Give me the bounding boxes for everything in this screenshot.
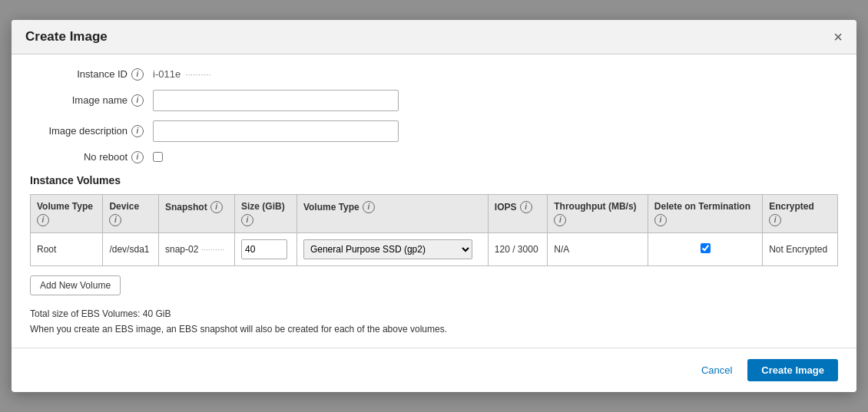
- image-name-row: Image name i: [30, 90, 838, 111]
- volume-type-select[interactable]: General Purpose SSD (gp2): [303, 239, 472, 259]
- instance-id-info-icon: i: [131, 68, 144, 81]
- table-row: Root /dev/sda1 snap-02 ·········· Genera…: [31, 232, 838, 265]
- th-encrypted: Encrypted i: [763, 194, 838, 232]
- device-header-info-icon: i: [109, 214, 121, 226]
- no-reboot-checkbox[interactable]: [153, 152, 163, 162]
- image-name-input[interactable]: [153, 90, 399, 111]
- th-snapshot: Snapshot i: [158, 194, 234, 232]
- row-size[interactable]: [235, 232, 297, 265]
- footer-note-2: When you create an EBS image, an EBS sna…: [30, 321, 838, 337]
- size-header-info-icon: i: [241, 214, 253, 226]
- image-name-label: Image name i: [30, 94, 153, 107]
- encrypted-header-info-icon: i: [769, 214, 781, 226]
- instance-id-value: i-011e ··········: [153, 68, 210, 80]
- table-header-row: Volume Type i Device i: [31, 194, 838, 232]
- image-description-input[interactable]: [153, 120, 399, 142]
- close-button[interactable]: ×: [833, 29, 843, 44]
- delete-on-termination-header-info-icon: i: [654, 214, 667, 226]
- image-description-label: Image description i: [30, 125, 153, 137]
- no-reboot-label: No reboot i: [30, 151, 153, 163]
- modal-overlay: Create Image × Instance ID i i-011e ····…: [0, 0, 868, 412]
- row-snapshot: snap-02 ··········: [158, 232, 234, 265]
- image-description-info-icon: i: [131, 125, 144, 137]
- size-field[interactable]: [241, 239, 287, 259]
- modal-body: Instance ID i i-011e ·········· Image na…: [12, 54, 856, 338]
- row-encrypted: Not Encrypted: [763, 232, 838, 265]
- row-volume-type: Root: [31, 232, 103, 265]
- row-device: /dev/sda1: [103, 232, 159, 265]
- instance-id-row: Instance ID i i-011e ··········: [30, 68, 838, 81]
- th-throughput: Throughput (MB/s) i: [548, 194, 648, 232]
- instance-id-label: Instance ID i: [30, 68, 153, 81]
- create-image-button[interactable]: Create Image: [747, 359, 838, 381]
- row-throughput: N/A: [548, 232, 648, 265]
- th-volume-type: Volume Type i: [31, 194, 103, 232]
- volume-type-col-header-info-icon: i: [363, 201, 375, 213]
- row-iops: 120 / 3000: [488, 232, 547, 265]
- th-delete-on-termination: Delete on Termination i: [648, 194, 762, 232]
- row-volume-type-value[interactable]: General Purpose SSD (gp2): [297, 232, 488, 265]
- th-size: Size (GiB) i: [235, 194, 297, 232]
- footer-notes: Total size of EBS Volumes: 40 GiB When y…: [30, 306, 838, 338]
- modal-header: Create Image ×: [12, 20, 856, 54]
- volume-type-header-info-icon: i: [37, 214, 49, 226]
- volumes-table: Volume Type i Device i: [30, 194, 838, 266]
- row-delete-on-termination[interactable]: [648, 232, 762, 265]
- th-volume-type-col: Volume Type i: [297, 194, 488, 232]
- no-reboot-info-icon: i: [131, 151, 144, 163]
- footer-note-1: Total size of EBS Volumes: 40 GiB: [30, 306, 838, 321]
- create-image-modal: Create Image × Instance ID i i-011e ····…: [12, 20, 856, 393]
- delete-on-termination-checkbox[interactable]: [701, 243, 711, 253]
- cancel-button[interactable]: Cancel: [694, 359, 740, 381]
- throughput-header-info-icon: i: [554, 214, 566, 226]
- th-iops: IOPS i: [488, 194, 547, 232]
- no-reboot-row: No reboot i: [30, 151, 838, 163]
- modal-title: Create Image: [25, 29, 108, 44]
- instance-volumes-title: Instance Volumes: [30, 174, 838, 186]
- image-description-row: Image description i: [30, 120, 838, 142]
- add-new-volume-button[interactable]: Add New Volume: [30, 275, 121, 295]
- modal-footer: Cancel Create Image: [12, 348, 856, 392]
- th-device: Device i: [103, 194, 159, 232]
- snapshot-header-info-icon: i: [210, 201, 223, 213]
- image-name-info-icon: i: [131, 94, 144, 107]
- iops-header-info-icon: i: [520, 201, 532, 213]
